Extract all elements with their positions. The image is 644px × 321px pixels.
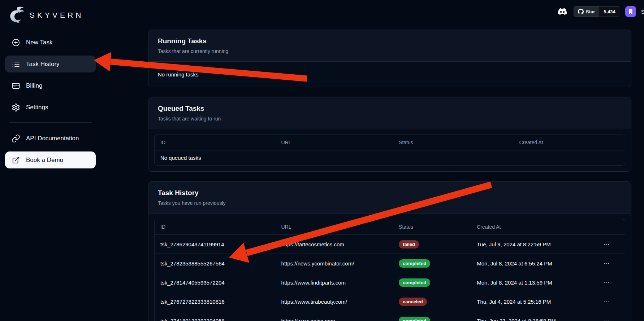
building-icon	[627, 8, 634, 15]
running-tasks-header: Running Tasks Tasks that are currently r…	[148, 30, 631, 62]
sidebar-item-label: Book a Demo	[26, 157, 63, 164]
history-table-header-row: ID URL Status Created At	[155, 219, 625, 234]
sidebar-item-label: Billing	[26, 82, 42, 89]
column-header-url: URL	[276, 140, 393, 145]
task-history-header: Task History Tasks you have run previous…	[148, 182, 631, 214]
discord-icon[interactable]	[556, 6, 569, 17]
sidebar-item-label: Task History	[26, 61, 60, 68]
card-subtitle: Tasks that are currently running	[158, 48, 622, 54]
column-header-status: Status	[393, 140, 513, 145]
status-badge: canceled	[399, 298, 427, 306]
row-actions-button[interactable]: ⋯	[593, 298, 620, 305]
card-title: Running Tasks	[158, 37, 622, 45]
task-url-cell: https://www.tirabeauty.com/	[276, 299, 393, 305]
sidebar-item-settings[interactable]: Settings	[5, 99, 96, 116]
column-header-url: URL	[276, 224, 393, 230]
organization-avatar[interactable]	[625, 6, 636, 17]
account-name-truncated[interactable]: Sk	[641, 9, 644, 15]
row-actions-button[interactable]: ⋯	[593, 317, 620, 321]
running-tasks-card: Running Tasks Tasks that are currently r…	[148, 30, 631, 87]
task-history-card: Task History Tasks you have run previous…	[148, 181, 631, 321]
queued-tasks-card: Queued Tasks Tasks that are waiting to r…	[148, 97, 631, 172]
column-header-id: ID	[155, 224, 276, 230]
main-content: Running Tasks Tasks that are currently r…	[101, 0, 644, 321]
sidebar-divider	[9, 122, 92, 123]
credit-card-icon	[12, 82, 20, 90]
brand-name: SKYVERN	[30, 11, 83, 19]
task-id-cell: tsk_278147405593572204	[155, 280, 276, 286]
sidebar: SKYVERN New Task Task History Billing Se…	[0, 0, 101, 321]
task-created-at-cell: Mon, Jul 8, 2024 at 6:55:24 PM	[471, 260, 593, 267]
task-history-table: ID URL Status Created At tsk_27862904374…	[154, 219, 625, 321]
link-icon	[12, 134, 20, 143]
history-table-body: tsk_278629043741199914 https://tartecosm…	[155, 234, 625, 321]
sidebar-item-label: New Task	[26, 39, 52, 46]
task-url-cell: https://news.ycombinator.com/	[276, 260, 393, 267]
card-title: Queued Tasks	[158, 104, 622, 113]
task-status-cell: completed	[393, 259, 471, 268]
github-star-count: 5,434	[599, 6, 620, 17]
column-header-status: Status	[393, 224, 471, 230]
sidebar-item-billing[interactable]: Billing	[5, 77, 96, 94]
task-history-row[interactable]: tsk_276727822333810816 https://www.tirab…	[155, 292, 625, 311]
task-status-cell: completed	[393, 278, 471, 287]
topbar-actions: Star 5,434 Sk	[556, 6, 644, 17]
column-header-id: ID	[155, 140, 276, 145]
sidebar-item-label: API Documentation	[26, 135, 79, 142]
github-star-label: Star	[586, 9, 595, 14]
queued-tasks-header: Queued Tasks Tasks that are waiting to r…	[148, 97, 631, 129]
sidebar-item-api-documentation[interactable]: API Documentation	[5, 130, 96, 147]
status-badge: completed	[399, 278, 430, 287]
queued-tasks-empty-row: No queued tasks	[155, 150, 625, 165]
column-header-created-at: Created At	[513, 140, 625, 145]
gear-icon	[12, 103, 20, 112]
card-title: Task History	[158, 189, 622, 197]
external-link-icon	[12, 156, 20, 164]
task-id-cell: tsk_278235388555267564	[155, 260, 276, 267]
github-star-widget[interactable]: Star 5,434	[574, 6, 620, 17]
plus-circle-icon	[12, 38, 20, 47]
sidebar-item-label: Settings	[26, 104, 48, 111]
sidebar-nav: New Task Task History Billing Settings	[0, 34, 101, 168]
dragon-logo-icon	[7, 6, 26, 25]
task-url-cell: https://www.geico.com	[276, 318, 393, 321]
row-actions-button[interactable]: ⋯	[593, 241, 620, 248]
task-created-at-cell: Mon, Jul 8, 2024 at 1:13:59 PM	[471, 280, 593, 286]
row-actions-button[interactable]: ⋯	[593, 260, 620, 267]
row-actions-button[interactable]: ⋯	[593, 279, 620, 286]
brand-logo[interactable]: SKYVERN	[0, 4, 101, 27]
task-status-cell: completed	[393, 317, 471, 321]
task-history-row[interactable]: tsk_278147405593572204 https://www.findi…	[155, 273, 625, 292]
sidebar-item-new-task[interactable]: New Task	[5, 34, 96, 51]
status-badge: completed	[399, 317, 430, 321]
task-id-cell: tsk_274180139292204058	[155, 318, 276, 321]
task-id-cell: tsk_278629043741199914	[155, 241, 276, 247]
sidebar-item-task-history[interactable]: Task History	[5, 56, 96, 72]
task-created-at-cell: Thu, Jul 4, 2024 at 5:25:16 PM	[471, 299, 593, 305]
task-url-cell: https://tartecosmetics.com	[276, 241, 393, 247]
card-subtitle: Tasks you have run previously	[158, 200, 622, 206]
task-url-cell: https://www.finditparts.com	[276, 280, 393, 286]
list-icon	[12, 60, 20, 69]
task-created-at-cell: Thu, Jun 27, 2024 at 8:38:58 PM	[471, 318, 593, 321]
status-badge: completed	[399, 259, 430, 268]
running-tasks-empty-message: No running tasks	[148, 62, 631, 87]
task-id-cell: tsk_276727822333810816	[155, 299, 276, 305]
task-status-cell: failed	[393, 240, 471, 249]
card-subtitle: Tasks that are waiting to run	[158, 115, 622, 122]
column-header-created-at: Created At	[471, 224, 593, 230]
task-history-row[interactable]: tsk_274180139292204058 https://www.geico…	[155, 311, 625, 321]
queued-tasks-table: ID URL Status Created At No queued tasks	[154, 135, 625, 166]
task-status-cell: canceled	[393, 298, 471, 306]
github-mark-icon	[578, 9, 584, 14]
task-history-row[interactable]: tsk_278235388555267564 https://news.ycom…	[155, 254, 625, 273]
status-badge: failed	[399, 240, 419, 249]
task-history-row[interactable]: tsk_278629043741199914 https://tartecosm…	[155, 234, 625, 254]
task-created-at-cell: Tue, Jul 9, 2024 at 8:22:59 PM	[471, 241, 593, 247]
sidebar-item-book-a-demo[interactable]: Book a Demo	[5, 151, 96, 168]
queued-tasks-empty-message: No queued tasks	[155, 155, 625, 161]
queued-table-header-row: ID URL Status Created At	[155, 135, 625, 150]
